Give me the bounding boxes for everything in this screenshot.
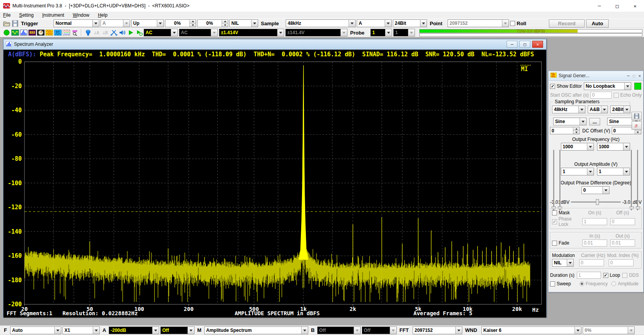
show-editor-checkbox[interactable]: Show Editor [550,83,582,89]
menu-file[interactable]: File [3,12,10,18]
dut-icon[interactable]: DUT [54,29,62,36]
trigger-edge-select[interactable]: Up [131,19,164,27]
overlap-select: 0% [583,326,635,334]
spectrum-maximize-button[interactable]: □ [519,41,530,48]
sampling-rate-select[interactable]: 48kHz [286,19,356,27]
minimize-button[interactable]: ─ [590,0,608,12]
fft-size-select[interactable]: 2097152 [413,326,462,334]
amplitude-a-slider-track[interactable] [553,150,555,210]
modulation-group: Modulation Carrier (Hz) Mod. Index (%) N… [550,252,642,269]
amplitude-a-fine-slider-track[interactable] [559,150,561,210]
amplitude-a-select[interactable]: 1 [561,168,594,175]
gen-channel-select[interactable]: A&B [588,106,608,113]
oscilloscope-icon[interactable] [11,29,19,36]
mask-off-label: Off (s) [610,210,635,215]
fade-in-input: 0.01 [582,240,607,246]
noise-floor-trace [25,242,530,302]
main-display-select[interactable]: Amplitude Spectrum [204,326,308,334]
waveform-a-select[interactable]: Sine [553,118,587,125]
range-a-select[interactable]: ±1.414V [219,29,284,36]
sound-device-icon[interactable] [118,29,126,36]
point-label: Point [428,21,448,26]
frequency-b-select[interactable]: 1000 [597,143,630,151]
balance-slider-track[interactable] [571,201,621,203]
menu-window[interactable]: Window [73,12,89,18]
gauge-icon[interactable] [36,29,45,36]
signal-generator-title: Signal Gener... [559,73,589,78]
close-button[interactable]: × [626,0,644,12]
fade-group: In (s) Out (s) Fade 0.01 0.01 [550,232,642,248]
x-scale-multiplier-select[interactable]: X1 [62,326,100,334]
waveform-more-button[interactable]: ... [589,118,600,125]
frequency-axis-select[interactable]: Auto [10,326,61,334]
sampling-channel-select[interactable]: A [357,19,392,27]
loop-checkbox[interactable]: Loop [603,273,620,278]
mask-on-input: 1 [582,218,607,225]
sweep-checkbox[interactable]: Sweep [550,281,571,286]
channel-b-compensation-select: Off [362,326,397,334]
spectrum-window-title: Spectrum Analyzer [14,42,53,47]
bit-depth-select[interactable]: 24Bit [393,19,427,27]
trigger-mode-select[interactable]: Normal [54,19,99,27]
spectrum-plot[interactable]: 0-20-40-60-80-100-120-140-160-180-200205… [3,59,546,318]
open-icon[interactable] [2,19,10,27]
y-axis-label: -40 [11,107,22,114]
duration-label: Duration (s) [550,273,575,278]
run-icon[interactable] [2,29,10,36]
spectrum-close-button[interactable]: × [532,41,543,48]
save-icon[interactable] [11,19,19,27]
trigger-frequency-rejection-select[interactable]: NIL [229,19,258,27]
play-selection-icon[interactable] [135,29,143,36]
calibration-icon[interactable] [84,29,92,36]
fade-checkbox[interactable]: Fade [552,240,582,246]
probe-b-icon: ⊥B [101,29,109,36]
amplitude-b-slider-track[interactable] [637,150,639,210]
trigger-level-spinner[interactable]: 0% [165,19,196,27]
dc-offset-a-input[interactable]: 0 [550,127,580,134]
ddp-viewer-icon[interactable]: DDP [71,29,79,36]
readout-channel-label: A(dBFS): [8,51,36,58]
auto-button[interactable]: Auto [586,19,609,28]
coupling-a-select[interactable]: AC [144,29,178,36]
channel-a-range-select[interactable]: -200dB [109,326,159,334]
record-length-select: 2097152 [448,19,509,27]
trigger-delay-spinner[interactable]: 0% [197,19,228,27]
multimeter-icon[interactable]: 888 [28,29,36,36]
balance-slider-handle[interactable] [596,199,599,205]
start-osc-input: 0 [590,92,611,99]
play-icon[interactable] [127,29,135,36]
waveform-library-button[interactable]: ♬ [632,121,642,130]
frequency-a-select[interactable]: 1000 [561,143,594,151]
window-function-select[interactable]: Kaiser 6 [481,326,582,334]
loopback-select[interactable]: No Loopback [584,82,631,90]
menu-instrument[interactable]: Instrument [42,12,64,18]
siggen-close-button[interactable]: × [638,73,641,78]
xy-probe-icon[interactable] [109,29,118,36]
spectrum-analyzer-icon[interactable] [19,29,28,36]
gen-sampling-rate-select[interactable]: 48kHz [552,106,585,113]
channel-a-label: A [101,327,109,333]
signal-generator-icon[interactable] [45,29,53,36]
derived-data-icon[interactable] [62,29,70,36]
amplitude-b-fine-slider-track[interactable] [631,150,632,210]
spectrum-window-titlebar[interactable]: Spectrum Analyzer ─ □ × [3,39,546,50]
save-waveform-button[interactable] [632,112,642,120]
siggen-minimize-button[interactable]: ─ [627,73,630,78]
maximize-button[interactable]: □ [608,0,626,12]
trigger-toolbar: TriggerNormalAUp0%0%NILSample48kHzA24Bit… [0,19,644,28]
menu-setting[interactable]: Setting [19,12,33,18]
y-axis-label: -180 [8,277,22,284]
menu-help[interactable]: Help [98,12,108,18]
spectrum-minimize-button[interactable]: ─ [507,41,517,48]
roll-checkbox[interactable]: Roll [510,21,533,26]
signal-generator-titlebar[interactable]: Signal Gener... ─ □ × [549,71,643,81]
mask-checkbox[interactable]: Mask [552,210,582,215]
generator-run-button[interactable] [634,83,641,90]
probe-a-select[interactable]: 1 [370,29,392,36]
modulation-select[interactable]: NIL [552,259,574,267]
channel-a-compensation-select[interactable]: Off [160,326,194,334]
amplitude-b-select[interactable]: 1 [597,168,630,175]
sweep-frequency-radio: Frequency [580,281,608,286]
gen-bit-depth-select[interactable]: 24Bit [610,106,630,113]
phase-difference-select[interactable]: 0 [582,186,609,194]
